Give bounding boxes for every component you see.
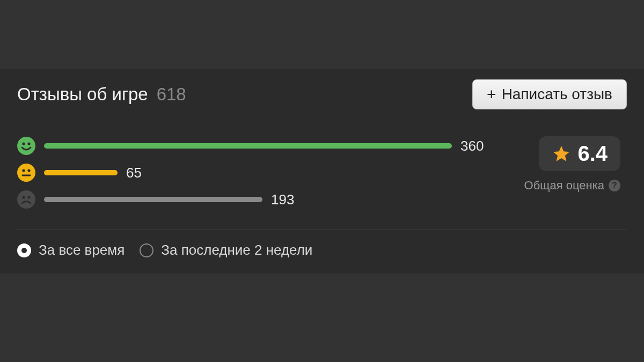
plus-icon: +	[487, 86, 496, 102]
rating-score: 6.4	[577, 142, 608, 166]
bar-row-positive: 360	[17, 136, 503, 156]
rating-label: Общая оценка	[524, 179, 604, 193]
bar-row-negative: 193	[17, 190, 503, 209]
bar-value-neutral: 65	[126, 165, 142, 181]
rating-bars: 360 65 193	[17, 136, 503, 209]
content-row: 360 65 193	[17, 136, 627, 209]
svg-point-0	[17, 137, 35, 155]
radio-icon	[140, 243, 153, 257]
bar-row-neutral: 65	[17, 163, 503, 182]
reviews-panel: Отзывы об игре 618 + Написать отзыв 360	[0, 69, 644, 274]
bar-value-positive: 360	[460, 138, 484, 154]
filter-radio-all-time[interactable]: За все время	[17, 242, 125, 258]
svg-point-8	[22, 196, 25, 198]
frown-icon	[17, 190, 35, 209]
filter-label-all-time: За все время	[39, 242, 125, 258]
reviews-count: 618	[157, 84, 186, 105]
svg-point-2	[27, 142, 30, 145]
reviews-title: Отзывы об игре	[17, 84, 148, 105]
radio-dot-icon	[21, 248, 27, 253]
svg-point-1	[22, 142, 25, 145]
help-icon[interactable]: ?	[609, 180, 620, 191]
title-wrap: Отзывы об игре 618	[17, 84, 186, 105]
write-review-label: Написать отзыв	[502, 86, 612, 103]
smile-icon	[17, 137, 35, 155]
filter-label-two-weeks: За последние 2 недели	[161, 242, 312, 258]
filter-radio-two-weeks[interactable]: За последние 2 недели	[140, 242, 312, 258]
bar-value-negative: 193	[271, 191, 294, 208]
bar-negative	[44, 197, 262, 202]
rating-box: 6.4 Общая оценка ?	[524, 136, 627, 209]
svg-point-3	[17, 164, 35, 182]
neutral-icon	[17, 164, 35, 182]
svg-point-7	[17, 190, 35, 209]
svg-point-9	[27, 196, 30, 198]
bar-neutral	[44, 170, 118, 175]
star-icon	[552, 144, 571, 164]
svg-point-4	[22, 169, 25, 172]
svg-point-5	[27, 169, 30, 172]
filter-row: За все время За последние 2 недели	[17, 230, 627, 270]
rating-pill: 6.4	[539, 136, 620, 171]
radio-icon	[17, 243, 31, 257]
rating-label-row: Общая оценка ?	[524, 179, 620, 193]
write-review-button[interactable]: + Написать отзыв	[472, 79, 627, 109]
bar-positive	[44, 143, 452, 149]
header-row: Отзывы об игре 618 + Написать отзыв	[17, 79, 627, 109]
